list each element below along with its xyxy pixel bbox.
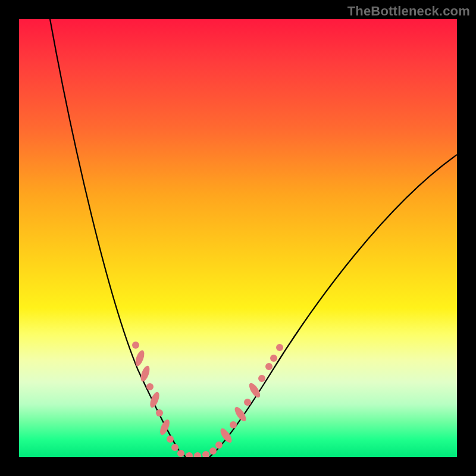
data-marker — [270, 355, 277, 362]
data-marker — [186, 452, 193, 457]
data-marker — [177, 450, 184, 457]
data-markers — [132, 342, 283, 457]
plot-area — [19, 19, 457, 457]
data-marker — [209, 447, 217, 455]
chart-frame: TheBottleneck.com — [0, 0, 476, 476]
data-marker — [156, 409, 163, 416]
data-marker — [202, 451, 209, 457]
data-marker — [132, 342, 139, 349]
data-marker — [258, 375, 265, 382]
data-marker — [148, 391, 161, 409]
data-marker — [230, 421, 237, 428]
data-marker — [194, 452, 201, 457]
data-marker — [139, 365, 152, 383]
data-marker — [167, 436, 174, 443]
watermark-text: TheBottleneck.com — [347, 4, 470, 19]
data-marker — [218, 427, 234, 444]
data-marker — [276, 344, 283, 351]
curve-right — [209, 155, 457, 457]
data-marker — [215, 441, 223, 449]
data-marker — [171, 444, 178, 451]
data-marker — [146, 383, 154, 390]
data-marker — [244, 399, 251, 406]
chart-svg — [19, 19, 457, 457]
curve-left — [50, 19, 186, 457]
data-marker — [265, 363, 273, 370]
